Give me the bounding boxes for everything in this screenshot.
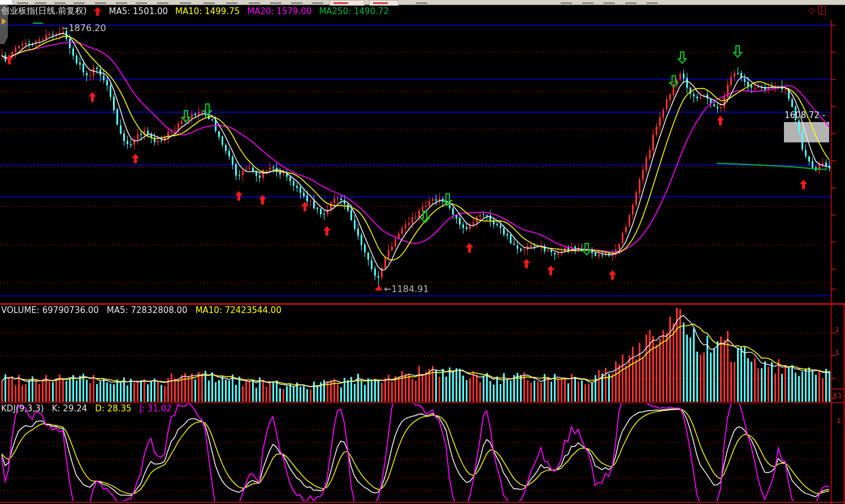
menu-button-remnant[interactable] xyxy=(369,0,398,6)
menu-item-remnant[interactable] xyxy=(561,2,572,4)
kdj-d-readout: D: 28.35 xyxy=(95,403,131,414)
kdj-axis-label: 1 xyxy=(837,416,841,425)
volume-readout: VOLUME: 69790736.00 xyxy=(1,305,99,315)
menu-bar[interactable] xyxy=(0,0,845,5)
menu-item-remnant[interactable] xyxy=(136,2,147,4)
menu-item-remnant[interactable] xyxy=(226,2,237,4)
menu-item-remnant[interactable] xyxy=(270,2,281,4)
ma10-readout: MA10: 1499.75 xyxy=(175,6,240,16)
menu-item-remnant[interactable] xyxy=(416,2,427,4)
menu-item-remnant[interactable] xyxy=(54,2,66,4)
menu-button-remnant[interactable] xyxy=(330,0,365,6)
menu-item-remnant[interactable] xyxy=(157,2,168,4)
menu-file-icon[interactable] xyxy=(0,0,13,5)
last-price-tag: 1608.72 - xyxy=(785,110,825,120)
diamond-icon[interactable]: ◇ xyxy=(808,6,815,15)
menu-item-remnant[interactable] xyxy=(17,2,28,4)
window-icon[interactable] xyxy=(818,6,826,15)
menu-item-remnant[interactable] xyxy=(35,2,46,4)
menu-item-remnant[interactable] xyxy=(604,2,615,4)
menu-item-remnant[interactable] xyxy=(116,2,127,4)
menu-item-remnant[interactable] xyxy=(203,2,215,4)
ma5-readout: MA5: 1501.00 xyxy=(109,6,168,16)
volume-ma5-readout: MA5: 72832808.00 xyxy=(107,305,188,315)
menu-item-remnant[interactable] xyxy=(291,2,302,4)
menu-item-remnant[interactable] xyxy=(647,2,658,4)
menu-item-remnant[interactable] xyxy=(249,2,260,4)
menu-item-remnant[interactable] xyxy=(95,2,106,4)
volume-axis-label-2: 1 xyxy=(835,348,839,357)
menu-item-remnant[interactable] xyxy=(180,2,191,4)
kdj-k-readout: K: 29.24 xyxy=(52,403,88,414)
instrument-name: 创业板指(日线.前复权) xyxy=(1,6,86,16)
kdj-j-readout: J: 31.02 xyxy=(140,403,172,414)
volume-header: VOLUME: 69790736.00 MA5: 72832808.00 MA1… xyxy=(1,305,281,315)
expand-right-icon xyxy=(2,18,6,25)
volume-axis-label-1: 1 xyxy=(835,325,839,334)
volume-ma10-readout: MA10: 72423544.00 xyxy=(196,305,281,315)
menu-item-remnant[interactable] xyxy=(625,2,636,4)
menu-item-remnant[interactable] xyxy=(73,2,85,4)
kdj-params: KDJ(9,3,3) xyxy=(1,403,44,414)
volume-axis-multiplier: X1 xyxy=(833,391,842,399)
panel-corner-controls: ◇ xyxy=(808,6,826,15)
kdj-header: KDJ(9,3,3) K: 29.24 D: 28.35 J: 31.02 xyxy=(1,403,172,414)
up-arrow-icon xyxy=(94,7,101,16)
menu-item-remnant[interactable] xyxy=(582,2,593,4)
chart-canvas[interactable] xyxy=(0,0,845,504)
low-price-label: ←1184.91 xyxy=(384,284,429,294)
trading-terminal-window: { "palette":{ "background":"#000000","gr… xyxy=(0,0,845,504)
ma250-readout: MA250: 1490.72 xyxy=(319,6,389,16)
ma20-readout: MA20: 1579.00 xyxy=(247,6,311,16)
chart-title-bar: 创业板指(日线.前复权) MA5: 1501.00 MA10: 1499.75 … xyxy=(1,6,389,16)
high-price-label: ~1876.20 xyxy=(61,23,106,33)
menu-item-remnant[interactable] xyxy=(312,2,323,4)
